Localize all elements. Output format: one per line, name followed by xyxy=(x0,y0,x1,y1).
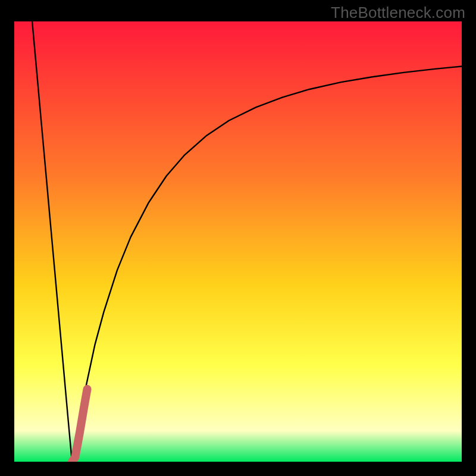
bottleneck-chart xyxy=(14,21,462,462)
plot-area xyxy=(14,21,462,462)
chart-frame: TheBottleneck.com xyxy=(0,0,476,476)
gradient-background xyxy=(14,21,462,462)
watermark-text: TheBottleneck.com xyxy=(331,4,465,22)
